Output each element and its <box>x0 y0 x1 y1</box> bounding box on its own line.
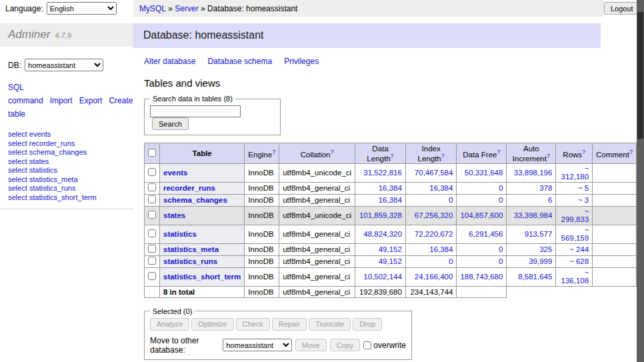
index-length-link[interactable]: 0 <box>449 196 453 204</box>
sidebar-table-link-schema-changes[interactable]: select schema_changes <box>8 148 133 157</box>
logout-button[interactable]: Logout <box>604 2 640 15</box>
search-input[interactable] <box>150 105 241 117</box>
rows-link[interactable]: ~ 569,159 <box>561 226 589 242</box>
row-checkbox[interactable] <box>148 257 156 265</box>
data-free-link[interactable]: 0 <box>499 245 503 253</box>
breadcrumb: MySQL » Server » Database: homeassistant <box>133 0 604 17</box>
rows-link[interactable]: ~ 3 <box>578 196 589 204</box>
auto-increment-link[interactable]: 913,577 <box>525 230 553 238</box>
db-action-link-alter-database[interactable]: Alter database <box>144 57 195 66</box>
rows-link[interactable]: ~ 299,833 <box>561 207 589 223</box>
check-button[interactable]: Check <box>236 318 270 331</box>
row-checkbox[interactable] <box>148 245 156 253</box>
move-button[interactable]: Move <box>295 339 327 351</box>
index-length-link[interactable]: 67,256,320 <box>415 211 453 219</box>
sidebar-table-link-statistics-short-term[interactable]: select statistics_short_term <box>8 193 133 203</box>
column-help-link[interactable]: ? <box>330 149 333 155</box>
rows-link[interactable]: ~ 5 <box>578 184 589 192</box>
row-checkbox[interactable] <box>148 183 156 191</box>
row-checkbox[interactable] <box>148 229 156 237</box>
move-db-select[interactable]: homeassistant <box>223 339 291 351</box>
sidebar-link-export[interactable]: Export <box>79 96 103 105</box>
data-free-link[interactable]: 0 <box>499 184 503 192</box>
auto-increment-link[interactable]: 39,999 <box>529 257 552 265</box>
data-length-link[interactable]: 16,384 <box>379 196 402 204</box>
auto-increment-link[interactable]: 33,898,196 <box>514 169 553 177</box>
search-button[interactable]: Search <box>152 117 189 130</box>
table-link-statistics-meta[interactable]: statistics_meta <box>163 245 219 253</box>
data-free-link[interactable]: 188,743,680 <box>460 273 503 281</box>
index-length-link[interactable]: 16,384 <box>429 245 453 253</box>
data-length-link[interactable]: 49,152 <box>379 245 402 253</box>
index-length-link[interactable]: 16,384 <box>429 184 453 192</box>
index-length-link[interactable]: 24,166,400 <box>415 273 453 281</box>
sidebar-table-link-states[interactable]: select states <box>8 157 133 167</box>
row-checkbox[interactable] <box>148 195 156 203</box>
breadcrumb-link-mysql[interactable]: MySQL <box>139 4 166 13</box>
drop-button[interactable]: Drop <box>353 318 382 331</box>
data-length-link[interactable]: 10,502,144 <box>363 273 402 281</box>
column-help-link[interactable]: ? <box>272 149 275 155</box>
rows-link[interactable]: ~ 136,108 <box>561 269 589 285</box>
scrollbar-thumb[interactable] <box>637 12 643 139</box>
column-help-link[interactable]: ? <box>547 153 550 159</box>
column-help-link[interactable]: ? <box>629 149 633 155</box>
overwrite-checkbox[interactable] <box>363 341 371 349</box>
copy-button[interactable]: Copy <box>330 339 361 351</box>
sidebar: Adminer4.7.9 DB: homeassistant SQL comma… <box>0 17 133 209</box>
table-link-statistics-short-term[interactable]: statistics_short_term <box>163 273 241 281</box>
data-length-link[interactable]: 101,859,328 <box>359 211 402 219</box>
column-help-link[interactable]: ? <box>582 149 585 155</box>
rows-link[interactable]: ~ 312,180 <box>561 165 589 181</box>
data-free-link[interactable]: 0 <box>499 196 503 204</box>
index-length-link[interactable]: 72,220,672 <box>415 230 453 238</box>
table-link-events[interactable]: events <box>163 169 187 177</box>
db-action-link-privileges[interactable]: Privileges <box>284 57 319 66</box>
vertical-scrollbar[interactable] <box>637 0 644 362</box>
optimize-button[interactable]: Optimize <box>191 318 233 331</box>
table-link-schema-changes[interactable]: schema_changes <box>163 196 227 204</box>
select-all-checkbox[interactable] <box>148 149 156 157</box>
data-length-link[interactable]: 49,152 <box>379 257 402 265</box>
column-help-link[interactable]: ? <box>497 149 500 155</box>
data-free-link[interactable]: 6,291,456 <box>469 230 503 238</box>
auto-increment-link[interactable]: 8,581,645 <box>518 273 552 281</box>
sidebar-table-link-statistics[interactable]: select statistics <box>8 166 133 175</box>
db-action-link-database-schema[interactable]: Database schema <box>207 57 272 66</box>
breadcrumb-link-server[interactable]: Server <box>175 4 198 13</box>
analyze-button[interactable]: Analyze <box>150 318 189 331</box>
table-link-recorder-runs[interactable]: recorder_runs <box>163 184 215 192</box>
data-free-link[interactable]: 50,331,648 <box>465 169 503 177</box>
data-length-link[interactable]: 16,384 <box>379 184 402 192</box>
table-link-statistics[interactable]: statistics <box>163 230 197 238</box>
column-help-link[interactable]: ? <box>441 153 445 159</box>
row-checkbox[interactable] <box>148 272 156 280</box>
repair-button[interactable]: Repair <box>272 318 307 331</box>
auto-increment-link[interactable]: 378 <box>539 184 552 192</box>
data-length-link[interactable]: 31,522,816 <box>363 169 402 177</box>
rows-link[interactable]: ~ 628 <box>569 257 589 265</box>
auto-increment-link[interactable]: 6 <box>548 196 552 204</box>
data-free-link[interactable]: 104,857,600 <box>460 211 503 219</box>
row-checkbox[interactable] <box>148 211 156 219</box>
table-link-statistics-runs[interactable]: statistics_runs <box>163 257 217 265</box>
db-select[interactable]: homeassistant <box>25 59 103 71</box>
data-free-link[interactable]: 0 <box>499 257 503 265</box>
table-link-states[interactable]: states <box>163 211 185 219</box>
sidebar-link-import[interactable]: Import <box>50 96 73 105</box>
index-length-link[interactable]: 70,467,584 <box>415 169 453 177</box>
truncate-button[interactable]: Truncate <box>309 318 351 331</box>
rows-link[interactable]: ~ 244 <box>569 245 589 253</box>
sidebar-table-link-recorder-runs[interactable]: select recorder_runs <box>8 139 133 149</box>
data-length-link[interactable]: 48,824,320 <box>363 230 402 238</box>
sidebar-link-sql-command[interactable]: SQL command <box>8 83 43 105</box>
sidebar-table-link-statistics-meta[interactable]: select statistics_meta <box>8 175 133 185</box>
index-length-link[interactable]: 0 <box>449 257 453 265</box>
sidebar-table-link-statistics-runs[interactable]: select statistics_runs <box>8 184 133 193</box>
row-checkbox[interactable] <box>148 168 156 176</box>
auto-increment-link[interactable]: 33,398,984 <box>514 211 553 219</box>
column-help-link[interactable]: ? <box>391 153 394 159</box>
sidebar-table-link-events[interactable]: select events <box>8 130 133 139</box>
auto-increment-link[interactable]: 325 <box>539 245 552 253</box>
language-select[interactable]: English <box>47 2 117 15</box>
